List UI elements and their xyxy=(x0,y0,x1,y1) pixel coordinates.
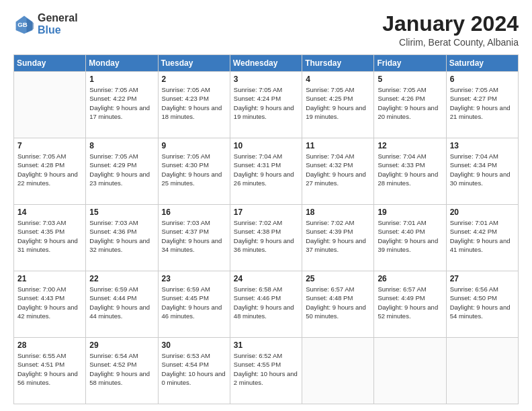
day-info: Sunrise: 7:02 AMSunset: 4:38 PMDaylight:… xyxy=(234,218,298,254)
day-number: 21 xyxy=(17,274,82,283)
day-number: 15 xyxy=(89,208,154,217)
calendar-cell-w1-d6: 5Sunrise: 7:05 AMSunset: 4:26 PMDaylight… xyxy=(374,72,446,138)
logo-icon: GB xyxy=(13,13,35,35)
day-info: Sunrise: 7:05 AMSunset: 4:26 PMDaylight:… xyxy=(378,85,442,121)
calendar-cell-w4-d5: 25Sunrise: 6:57 AMSunset: 4:48 PMDayligh… xyxy=(302,271,374,338)
calendar-week-4: 21Sunrise: 7:00 AMSunset: 4:43 PMDayligh… xyxy=(14,271,519,338)
day-info: Sunrise: 7:03 AMSunset: 4:35 PMDaylight:… xyxy=(17,218,82,254)
day-number: 11 xyxy=(306,141,370,150)
day-number: 22 xyxy=(89,274,154,283)
day-info: Sunrise: 6:59 AMSunset: 4:44 PMDaylight:… xyxy=(89,285,154,320)
weekday-header-friday: Friday xyxy=(374,55,446,72)
calendar-cell-w5-d5 xyxy=(302,338,374,404)
day-info: Sunrise: 7:01 AMSunset: 4:42 PMDaylight:… xyxy=(450,218,515,254)
day-info: Sunrise: 6:54 AMSunset: 4:52 PMDaylight:… xyxy=(89,351,154,387)
day-number: 24 xyxy=(234,274,298,283)
day-info: Sunrise: 7:00 AMSunset: 4:43 PMDaylight:… xyxy=(17,285,82,320)
day-number: 8 xyxy=(89,141,154,150)
day-info: Sunrise: 6:53 AMSunset: 4:54 PMDaylight:… xyxy=(162,351,226,387)
day-info: Sunrise: 7:05 AMSunset: 4:30 PMDaylight:… xyxy=(162,152,226,187)
day-info: Sunrise: 7:03 AMSunset: 4:37 PMDaylight:… xyxy=(162,218,226,254)
day-number: 6 xyxy=(450,75,515,84)
day-info: Sunrise: 7:04 AMSunset: 4:34 PMDaylight:… xyxy=(450,152,515,187)
calendar-cell-w5-d4: 31Sunrise: 6:52 AMSunset: 4:55 PMDayligh… xyxy=(230,338,302,404)
calendar-cell-w3-d3: 16Sunrise: 7:03 AMSunset: 4:37 PMDayligh… xyxy=(158,205,230,271)
day-info: Sunrise: 6:57 AMSunset: 4:49 PMDaylight:… xyxy=(378,285,442,320)
day-number: 20 xyxy=(450,208,515,217)
day-info: Sunrise: 7:04 AMSunset: 4:32 PMDaylight:… xyxy=(306,152,370,187)
calendar-cell-w1-d7: 6Sunrise: 7:05 AMSunset: 4:27 PMDaylight… xyxy=(446,72,518,138)
day-number: 18 xyxy=(306,208,370,217)
day-number: 30 xyxy=(162,340,226,350)
day-number: 10 xyxy=(234,141,298,150)
logo-blue-text: Blue xyxy=(38,24,78,36)
day-number: 26 xyxy=(378,274,442,283)
weekday-header-thursday: Thursday xyxy=(302,55,374,72)
day-info: Sunrise: 7:04 AMSunset: 4:33 PMDaylight:… xyxy=(378,152,442,187)
calendar-cell-w5-d6 xyxy=(374,338,446,404)
day-info: Sunrise: 7:05 AMSunset: 4:28 PMDaylight:… xyxy=(17,152,82,187)
day-info: Sunrise: 7:03 AMSunset: 4:36 PMDaylight:… xyxy=(89,218,154,254)
day-info: Sunrise: 6:57 AMSunset: 4:48 PMDaylight:… xyxy=(306,285,370,320)
calendar-cell-w1-d3: 2Sunrise: 7:05 AMSunset: 4:23 PMDaylight… xyxy=(158,72,230,138)
calendar-body: 1Sunrise: 7:05 AMSunset: 4:22 PMDaylight… xyxy=(14,72,519,404)
day-number: 17 xyxy=(234,208,298,217)
calendar-cell-w4-d3: 23Sunrise: 6:59 AMSunset: 4:45 PMDayligh… xyxy=(158,271,230,338)
calendar-cell-w3-d5: 18Sunrise: 7:02 AMSunset: 4:39 PMDayligh… xyxy=(302,205,374,271)
calendar-cell-w3-d2: 15Sunrise: 7:03 AMSunset: 4:36 PMDayligh… xyxy=(86,205,158,271)
day-info: Sunrise: 6:55 AMSunset: 4:51 PMDaylight:… xyxy=(17,351,82,387)
weekday-header-sunday: Sunday xyxy=(14,55,86,72)
day-number: 4 xyxy=(306,75,370,84)
header: GB General Blue January 2024 Clirim, Ber… xyxy=(13,12,519,48)
day-number: 14 xyxy=(17,208,82,217)
day-info: Sunrise: 7:05 AMSunset: 4:29 PMDaylight:… xyxy=(89,152,154,187)
day-info: Sunrise: 7:05 AMSunset: 4:27 PMDaylight:… xyxy=(450,85,515,121)
calendar-week-5: 28Sunrise: 6:55 AMSunset: 4:51 PMDayligh… xyxy=(14,338,519,404)
calendar-table: SundayMondayTuesdayWednesdayThursdayFrid… xyxy=(13,54,519,404)
day-info: Sunrise: 6:56 AMSunset: 4:50 PMDaylight:… xyxy=(450,285,515,320)
calendar-week-3: 14Sunrise: 7:03 AMSunset: 4:35 PMDayligh… xyxy=(14,205,519,271)
calendar-cell-w4-d7: 27Sunrise: 6:56 AMSunset: 4:50 PMDayligh… xyxy=(446,271,518,338)
day-number: 29 xyxy=(89,340,154,350)
day-number: 9 xyxy=(162,141,226,150)
day-number: 31 xyxy=(234,340,298,350)
day-number: 28 xyxy=(17,340,82,350)
day-number: 27 xyxy=(450,274,515,283)
day-info: Sunrise: 7:05 AMSunset: 4:24 PMDaylight:… xyxy=(234,85,298,121)
day-number: 5 xyxy=(378,75,442,84)
weekday-header-saturday: Saturday xyxy=(446,55,518,72)
calendar-cell-w1-d4: 3Sunrise: 7:05 AMSunset: 4:24 PMDaylight… xyxy=(230,72,302,138)
calendar-cell-w2-d7: 13Sunrise: 7:04 AMSunset: 4:34 PMDayligh… xyxy=(446,138,518,205)
calendar-header: SundayMondayTuesdayWednesdayThursdayFrid… xyxy=(14,55,519,72)
calendar-cell-w5-d3: 30Sunrise: 6:53 AMSunset: 4:54 PMDayligh… xyxy=(158,338,230,404)
day-info: Sunrise: 7:05 AMSunset: 4:23 PMDaylight:… xyxy=(162,85,226,121)
day-info: Sunrise: 7:01 AMSunset: 4:40 PMDaylight:… xyxy=(378,218,442,254)
day-info: Sunrise: 7:02 AMSunset: 4:39 PMDaylight:… xyxy=(306,218,370,254)
day-info: Sunrise: 7:04 AMSunset: 4:31 PMDaylight:… xyxy=(234,152,298,187)
calendar-cell-w3-d6: 19Sunrise: 7:01 AMSunset: 4:40 PMDayligh… xyxy=(374,205,446,271)
page: GB General Blue January 2024 Clirim, Ber… xyxy=(0,0,532,411)
logo-general-text: General xyxy=(38,12,78,24)
calendar-cell-w3-d1: 14Sunrise: 7:03 AMSunset: 4:35 PMDayligh… xyxy=(14,205,86,271)
calendar-cell-w5-d1: 28Sunrise: 6:55 AMSunset: 4:51 PMDayligh… xyxy=(14,338,86,404)
day-info: Sunrise: 6:59 AMSunset: 4:45 PMDaylight:… xyxy=(162,285,226,320)
day-number: 16 xyxy=(162,208,226,217)
calendar-cell-w4-d4: 24Sunrise: 6:58 AMSunset: 4:46 PMDayligh… xyxy=(230,271,302,338)
weekday-header-monday: Monday xyxy=(86,55,158,72)
day-number: 25 xyxy=(306,274,370,283)
svg-text:GB: GB xyxy=(17,21,28,28)
calendar-cell-w3-d4: 17Sunrise: 7:02 AMSunset: 4:38 PMDayligh… xyxy=(230,205,302,271)
day-info: Sunrise: 6:58 AMSunset: 4:46 PMDaylight:… xyxy=(234,285,298,320)
title-month: January 2024 xyxy=(382,12,519,36)
calendar-week-2: 7Sunrise: 7:05 AMSunset: 4:28 PMDaylight… xyxy=(14,138,519,205)
day-number: 23 xyxy=(162,274,226,283)
weekday-header-tuesday: Tuesday xyxy=(158,55,230,72)
calendar-cell-w2-d3: 9Sunrise: 7:05 AMSunset: 4:30 PMDaylight… xyxy=(158,138,230,205)
weekday-header-wednesday: Wednesday xyxy=(230,55,302,72)
calendar-cell-w4-d1: 21Sunrise: 7:00 AMSunset: 4:43 PMDayligh… xyxy=(14,271,86,338)
calendar-cell-w1-d1 xyxy=(14,72,86,138)
day-info: Sunrise: 7:05 AMSunset: 4:22 PMDaylight:… xyxy=(89,85,154,121)
calendar-cell-w4-d2: 22Sunrise: 6:59 AMSunset: 4:44 PMDayligh… xyxy=(86,271,158,338)
calendar-cell-w1-d5: 4Sunrise: 7:05 AMSunset: 4:25 PMDaylight… xyxy=(302,72,374,138)
calendar-cell-w5-d2: 29Sunrise: 6:54 AMSunset: 4:52 PMDayligh… xyxy=(86,338,158,404)
